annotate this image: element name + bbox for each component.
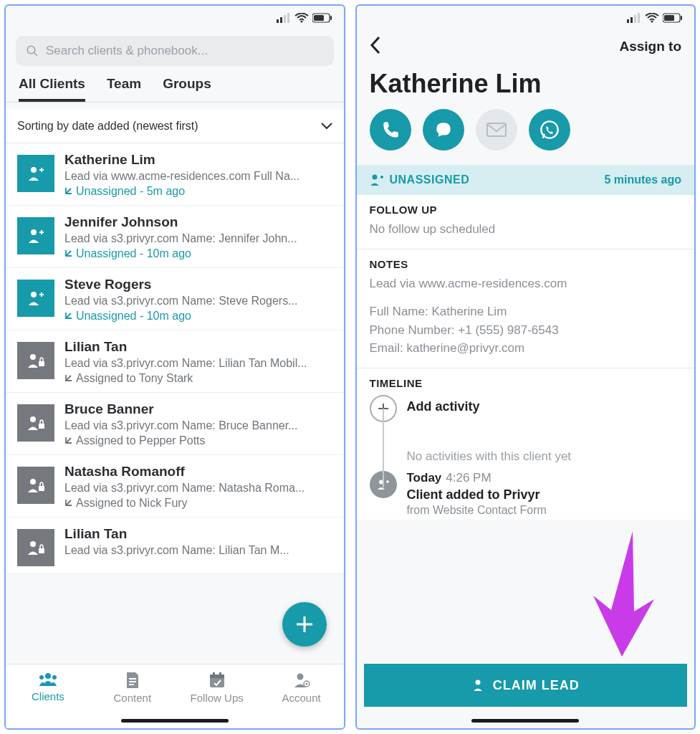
client-row[interactable]: Jennifer Johnson Lead via s3.privyr.com … — [6, 206, 344, 268]
svg-rect-32 — [129, 678, 136, 680]
add-client-fab[interactable] — [282, 602, 327, 647]
client-name: Steve Rogers — [64, 277, 332, 292]
client-subtitle: Lead via s3.privyr.com Name: Bruce Banne… — [64, 419, 332, 432]
svg-rect-33 — [129, 681, 136, 682]
svg-point-60 — [475, 680, 480, 685]
home-indicator — [121, 719, 229, 723]
svg-point-21 — [30, 416, 36, 422]
svg-rect-37 — [213, 672, 215, 676]
svg-rect-7 — [330, 16, 332, 20]
client-name: Natasha Romanoff — [64, 464, 332, 480]
svg-point-23 — [30, 479, 36, 485]
client-row[interactable]: Lilian Tan Lead via s3.privyr.com Name: … — [6, 330, 344, 393]
client-name: Katherine Lim — [357, 63, 695, 109]
client-avatar-icon — [17, 155, 54, 192]
svg-point-16 — [31, 292, 37, 297]
client-name: Lilian Tan — [64, 339, 332, 355]
search-input[interactable]: Search clients & phonebook... — [16, 36, 334, 66]
followup-section[interactable]: FOLLOW UP No follow up scheduled — [357, 195, 695, 249]
svg-rect-42 — [627, 19, 629, 23]
client-name: Katherine Lim — [64, 152, 332, 168]
assign-to-button[interactable]: Assign to — [619, 39, 681, 54]
svg-point-13 — [31, 229, 37, 235]
svg-rect-24 — [39, 486, 44, 491]
svg-point-29 — [45, 673, 51, 679]
claim-lead-button[interactable]: CLAIM LEAD — [364, 664, 688, 707]
nav-account[interactable]: Account — [259, 672, 344, 704]
assignment-status: UNASSIGNED 5 minutes ago — [357, 165, 695, 195]
svg-point-31 — [52, 675, 57, 680]
search-placeholder: Search clients & phonebook... — [46, 44, 208, 58]
whatsapp-button[interactable] — [529, 109, 570, 151]
client-meta: Unassigned - 10m ago — [64, 247, 332, 260]
svg-rect-38 — [219, 672, 221, 676]
action-buttons — [357, 109, 695, 165]
svg-point-25 — [30, 541, 36, 547]
nav-clients[interactable]: Clients — [6, 672, 90, 702]
svg-rect-20 — [39, 361, 44, 366]
status-bar — [357, 6, 695, 30]
account-icon — [292, 672, 311, 689]
svg-rect-6 — [314, 15, 324, 21]
email-button — [476, 109, 517, 151]
client-row[interactable]: Katherine Lim Lead via www.acme-residenc… — [6, 143, 344, 206]
notes-section[interactable]: NOTES Lead via www.acme-residences.com F… — [357, 249, 695, 368]
client-avatar-icon — [17, 529, 54, 566]
svg-rect-1 — [280, 17, 282, 23]
nav-followups[interactable]: Follow Ups — [175, 672, 259, 704]
client-list[interactable]: Katherine Lim Lead via www.acme-residenc… — [6, 143, 344, 664]
tab-all-clients[interactable]: All Clients — [19, 76, 85, 102]
message-button[interactable] — [423, 109, 464, 151]
client-name: Bruce Banner — [64, 401, 332, 417]
client-row[interactable]: Steve Rogers Lead via s3.privyr.com Name… — [6, 268, 344, 330]
client-meta: Assigned to Nick Fury — [64, 497, 332, 510]
chevron-left-icon — [370, 36, 381, 54]
tab-team[interactable]: Team — [107, 76, 141, 102]
person-plus-icon — [370, 173, 384, 186]
client-subtitle: Lead via s3.privyr.com Name: Natasha Rom… — [64, 482, 332, 495]
tab-divider — [6, 102, 344, 103]
battery-icon — [663, 13, 683, 23]
svg-point-19 — [30, 354, 36, 360]
svg-rect-34 — [129, 684, 134, 685]
client-subtitle: Lead via s3.privyr.com Name: Lilian Tan … — [64, 357, 332, 370]
client-avatar-icon — [17, 404, 54, 442]
plus-icon — [295, 615, 314, 634]
svg-line-9 — [34, 52, 37, 56]
nav-content[interactable]: Content — [90, 672, 175, 704]
client-row[interactable]: Natasha Romanoff Lead via s3.privyr.com … — [6, 455, 344, 518]
tab-groups[interactable]: Groups — [163, 76, 211, 102]
svg-rect-36 — [210, 675, 224, 678]
sort-control[interactable]: Sorting by date added (newest first) — [6, 110, 344, 143]
client-meta: Assigned to Pepper Potts — [64, 434, 332, 447]
wifi-icon — [645, 13, 659, 23]
sort-label: Sorting by date added (newest first) — [17, 120, 198, 133]
clients-list-screen: Search clients & phonebook... All Client… — [4, 4, 345, 730]
signal-icon — [627, 13, 641, 23]
svg-point-52 — [372, 175, 377, 180]
chevron-down-icon — [321, 123, 332, 130]
svg-rect-0 — [277, 19, 279, 23]
svg-point-10 — [31, 167, 37, 173]
content-icon — [125, 672, 140, 689]
client-row[interactable]: Lilian Tan Lead via s3.privyr.com Name: … — [6, 518, 344, 574]
svg-point-4 — [300, 21, 302, 23]
person-icon — [471, 678, 486, 692]
whatsapp-icon — [540, 120, 560, 140]
svg-rect-3 — [287, 13, 289, 23]
home-indicator — [471, 719, 579, 723]
svg-point-8 — [27, 46, 35, 54]
client-row[interactable]: Bruce Banner Lead via s3.privyr.com Name… — [6, 393, 344, 455]
timeline-empty: No activities with this client yet — [370, 434, 682, 471]
client-avatar-icon — [17, 280, 54, 317]
client-name: Lilian Tan — [64, 526, 332, 542]
timeline-event[interactable]: Today4:26 PM Client added to Privyr from… — [407, 471, 547, 517]
call-button[interactable] — [370, 109, 411, 151]
client-meta: Assigned to Tony Stark — [64, 372, 332, 385]
svg-point-39 — [297, 674, 303, 680]
signal-icon — [277, 13, 291, 23]
back-button[interactable] — [370, 36, 381, 57]
svg-point-30 — [39, 675, 44, 680]
svg-rect-43 — [631, 17, 633, 23]
client-avatar-icon — [17, 342, 54, 379]
